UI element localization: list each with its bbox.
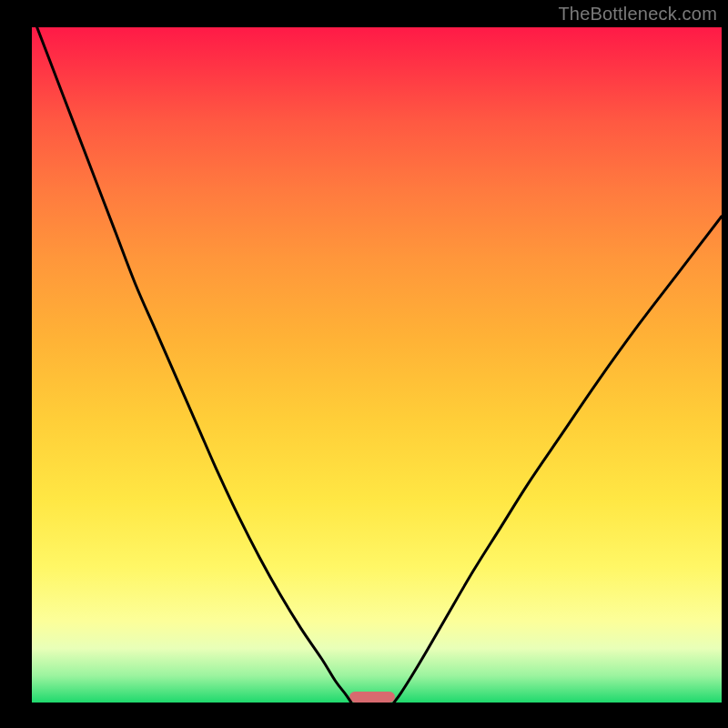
bottleneck-curve [32,27,722,703]
plot-area [32,27,722,703]
chart-frame: TheBottleneck.com [0,0,728,728]
watermark-text: TheBottleneck.com [558,4,717,25]
curve-right-branch [394,217,722,703]
curve-left-branch [32,27,351,703]
